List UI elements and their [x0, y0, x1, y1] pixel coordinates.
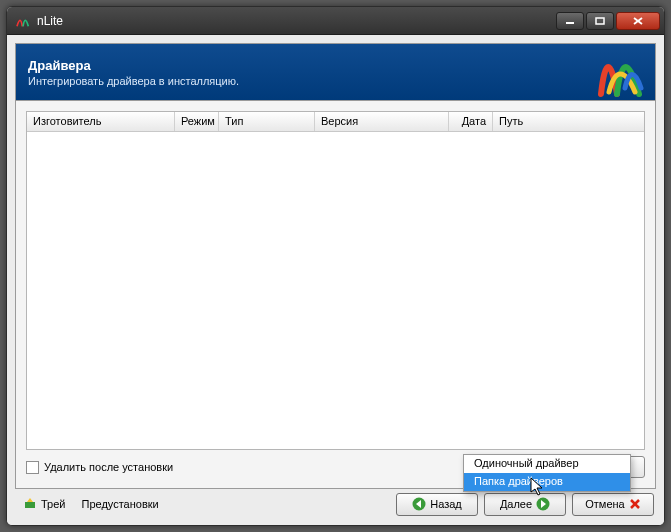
- svg-rect-6: [25, 502, 35, 508]
- table-body[interactable]: [27, 132, 644, 449]
- nlite-logo-icon: [595, 48, 645, 100]
- window-title: nLite: [37, 14, 556, 28]
- menu-item-driver-folder[interactable]: Папка драйверов: [464, 473, 630, 491]
- arrow-right-icon: [536, 497, 550, 511]
- drivers-table[interactable]: Изготовитель Режим Тип Версия Дата Путь: [26, 111, 645, 450]
- window: nLite Драйвера Интегрировать драйвера в …: [6, 6, 665, 526]
- cancel-x-icon: [629, 498, 641, 510]
- presets-link[interactable]: Предустановки: [81, 498, 158, 510]
- svg-rect-1: [596, 18, 604, 24]
- col-type[interactable]: Тип: [219, 112, 315, 131]
- back-button[interactable]: Назад: [396, 493, 478, 516]
- window-controls: [556, 12, 660, 30]
- close-button[interactable]: [616, 12, 660, 30]
- delete-after-install-label: Удалить после установки: [44, 461, 173, 473]
- minimize-button[interactable]: [556, 12, 584, 30]
- back-label: Назад: [430, 498, 462, 510]
- client-area: Драйвера Интегрировать драйвера в инстал…: [7, 35, 664, 525]
- page-title: Драйвера: [28, 58, 239, 73]
- menu-item-single-driver[interactable]: Одиночный драйвер: [464, 455, 630, 473]
- titlebar[interactable]: nLite: [7, 7, 664, 35]
- cancel-label: Отмена: [585, 498, 624, 510]
- page-subtitle: Интегрировать драйвера в инсталляцию.: [28, 75, 239, 87]
- col-path[interactable]: Путь: [493, 112, 644, 131]
- add-driver-menu: Одиночный драйвер Папка драйверов: [463, 454, 631, 492]
- col-manufacturer[interactable]: Изготовитель: [27, 112, 175, 131]
- table-options-row: Удалить после установки ? Одиночный драй…: [26, 456, 645, 478]
- tray-link[interactable]: Трей: [23, 496, 65, 512]
- tray-icon: [23, 496, 37, 512]
- col-date[interactable]: Дата: [449, 112, 493, 131]
- delete-after-install-checkbox[interactable]: [26, 461, 39, 474]
- col-mode[interactable]: Режим: [175, 112, 219, 131]
- app-icon: [15, 13, 31, 29]
- next-label: Далее: [500, 498, 532, 510]
- arrow-left-icon: [412, 497, 426, 511]
- cancel-button[interactable]: Отмена: [572, 493, 654, 516]
- table-header: Изготовитель Режим Тип Версия Дата Путь: [27, 112, 644, 132]
- footer: Трей Предустановки Назад Далее: [15, 489, 656, 519]
- tray-label: Трей: [41, 498, 65, 510]
- header-banner: Драйвера Интегрировать драйвера в инстал…: [15, 43, 656, 101]
- next-button[interactable]: Далее: [484, 493, 566, 516]
- maximize-button[interactable]: [586, 12, 614, 30]
- col-version[interactable]: Версия: [315, 112, 449, 131]
- main-panel: Изготовитель Режим Тип Версия Дата Путь …: [15, 101, 656, 489]
